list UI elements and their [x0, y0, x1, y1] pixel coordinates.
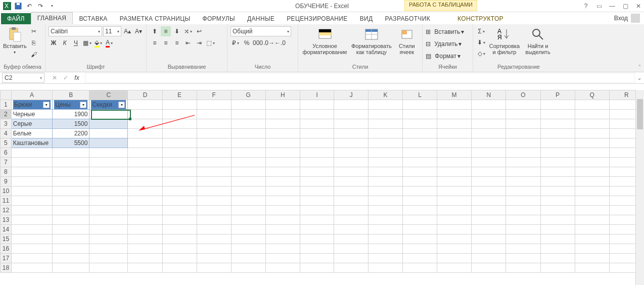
ribbon-display-icon[interactable]: ▭	[594, 3, 604, 10]
cell[interactable]	[128, 263, 162, 273]
minimize-icon[interactable]: —	[608, 3, 617, 10]
cell[interactable]	[575, 138, 609, 148]
cell[interactable]	[403, 177, 437, 186]
sign-in[interactable]: Вход	[614, 14, 640, 23]
cell[interactable]	[300, 206, 334, 215]
cell[interactable]	[506, 129, 540, 138]
cell[interactable]	[334, 148, 369, 158]
cell[interactable]	[128, 100, 162, 110]
cell[interactable]	[472, 225, 506, 234]
cell[interactable]	[403, 225, 437, 234]
cell[interactable]	[128, 177, 162, 186]
row-header[interactable]: 8	[1, 167, 12, 177]
filter-dropdown-icon[interactable]: ▼	[43, 102, 50, 108]
align-left-icon[interactable]: ≡	[150, 38, 160, 48]
cell[interactable]	[11, 244, 52, 254]
close-icon[interactable]: ✕	[634, 3, 643, 10]
cell[interactable]	[575, 148, 609, 158]
cell[interactable]	[334, 186, 369, 196]
cell[interactable]	[265, 148, 300, 158]
align-top-icon[interactable]: ⬆	[150, 26, 160, 36]
row-header[interactable]: 15	[1, 234, 12, 244]
cell[interactable]	[162, 167, 197, 177]
cell[interactable]	[197, 158, 231, 167]
format-painter-icon[interactable]: 🖌	[29, 50, 39, 60]
cell[interactable]	[265, 196, 300, 206]
autosum-icon[interactable]: Σ	[476, 26, 486, 36]
row-header[interactable]: 16	[1, 244, 12, 254]
cell[interactable]	[197, 254, 231, 263]
cell[interactable]	[403, 186, 437, 196]
cell[interactable]	[369, 244, 403, 254]
cell[interactable]	[540, 100, 575, 110]
cell[interactable]	[575, 119, 609, 129]
cell[interactable]: 1900	[53, 110, 89, 119]
cell[interactable]	[231, 158, 265, 167]
grow-font-icon[interactable]: A▴	[122, 26, 132, 36]
redo-icon[interactable]: ↷	[35, 1, 45, 11]
cell[interactable]	[472, 244, 506, 254]
cell[interactable]: Скидки▼	[89, 100, 128, 110]
fill-color-icon[interactable]: ⬙	[93, 38, 103, 48]
cell[interactable]	[369, 148, 403, 158]
cell[interactable]	[197, 186, 231, 196]
cell[interactable]	[197, 206, 231, 215]
row-header[interactable]: 4	[1, 129, 12, 138]
cell[interactable]	[472, 110, 506, 119]
cell[interactable]	[197, 129, 231, 138]
cell[interactable]	[506, 234, 540, 244]
cell[interactable]	[162, 196, 197, 206]
cell[interactable]	[506, 138, 540, 148]
italic-icon[interactable]: К	[60, 38, 70, 48]
cell[interactable]	[472, 167, 506, 177]
cell[interactable]	[575, 177, 609, 186]
save-icon[interactable]	[13, 1, 23, 11]
cell[interactable]	[403, 234, 437, 244]
cell[interactable]	[437, 148, 471, 158]
cell[interactable]	[128, 254, 162, 263]
name-box[interactable]: C2▾	[2, 73, 44, 83]
cell[interactable]	[300, 244, 334, 254]
cell[interactable]	[197, 215, 231, 225]
filter-dropdown-icon[interactable]: ▼	[80, 102, 86, 108]
cell[interactable]	[231, 129, 265, 138]
column-header[interactable]: J	[334, 90, 369, 100]
wrap-text-icon[interactable]: ↩	[194, 26, 204, 36]
cell[interactable]	[403, 244, 437, 254]
cell[interactable]	[575, 100, 609, 110]
cell[interactable]	[334, 177, 369, 186]
cell[interactable]	[575, 244, 609, 254]
cell[interactable]	[162, 215, 197, 225]
cell[interactable]	[437, 119, 471, 129]
cell[interactable]	[334, 215, 369, 225]
cell[interactable]	[128, 215, 162, 225]
cell[interactable]	[300, 158, 334, 167]
cell[interactable]	[506, 254, 540, 263]
cell[interactable]	[11, 254, 52, 263]
cell[interactable]	[197, 196, 231, 206]
cell[interactable]	[162, 158, 197, 167]
cell[interactable]	[437, 206, 471, 215]
cell[interactable]	[575, 206, 609, 215]
cell[interactable]: 2200	[53, 129, 89, 138]
cell[interactable]	[231, 254, 265, 263]
cell[interactable]	[197, 244, 231, 254]
expand-formula-bar-icon[interactable]: ⌄	[635, 74, 644, 81]
cell[interactable]	[128, 225, 162, 234]
cell[interactable]	[197, 148, 231, 158]
cell[interactable]	[575, 196, 609, 206]
cell[interactable]	[472, 186, 506, 196]
cell[interactable]	[437, 263, 471, 273]
cell[interactable]	[231, 110, 265, 119]
cell[interactable]	[472, 254, 506, 263]
cell[interactable]	[11, 234, 52, 244]
cell[interactable]	[231, 186, 265, 196]
cell[interactable]	[162, 225, 197, 234]
align-center-icon[interactable]: ≡	[161, 38, 171, 48]
cell[interactable]	[162, 263, 197, 273]
cell[interactable]	[128, 138, 162, 148]
cell[interactable]	[300, 129, 334, 138]
cell[interactable]	[540, 186, 575, 196]
cell[interactable]	[472, 206, 506, 215]
cell[interactable]	[403, 119, 437, 129]
